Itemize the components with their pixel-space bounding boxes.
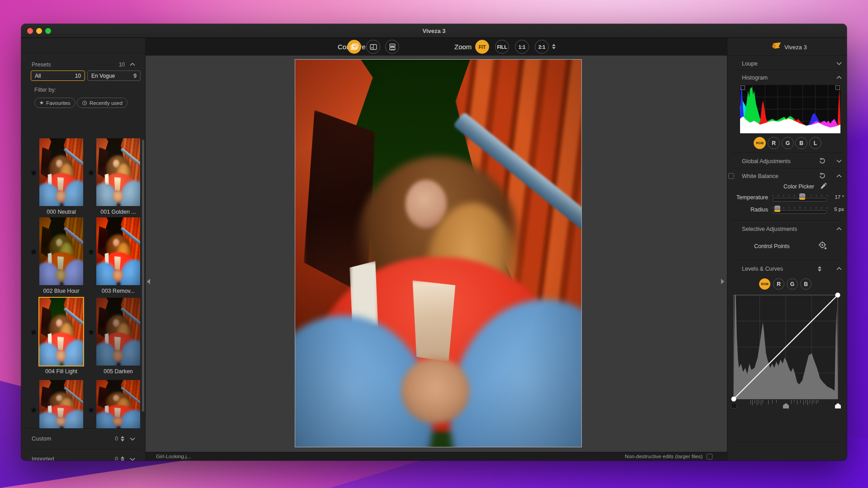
white-balance-enable-checkbox[interactable] [728, 173, 734, 179]
curves-channel-b-button[interactable]: B [800, 278, 811, 290]
filter-favourites-button[interactable]: ★ Favourites [34, 98, 75, 108]
custom-expand-chevron-down-icon[interactable] [130, 437, 135, 441]
custom-count: 0 [110, 436, 118, 442]
favourite-star-icon[interactable]: ★ [88, 247, 94, 257]
levels-curves-label: Levels & Curves [742, 266, 783, 272]
custom-section-label: Custom [32, 436, 51, 442]
preset-card[interactable]: 004 Fill Light [39, 298, 83, 375]
compare-split-vertical-button[interactable] [366, 40, 380, 54]
favourite-star-icon[interactable]: ★ [88, 168, 94, 178]
non-destructive-label: Non-destructive edits (larger files) [625, 454, 703, 459]
favourite-star-icon[interactable]: ★ [88, 328, 94, 337]
global-adjustments-label: Global Adjustments [742, 158, 791, 164]
filter-by-label: Filter by: [34, 87, 56, 93]
presets-scrollbar[interactable] [142, 140, 144, 412]
curves-channel-g-button[interactable]: G [787, 278, 798, 290]
collapse-left-panel-arrow-icon[interactable] [147, 279, 150, 284]
histogram-channel-b-button[interactable]: B [795, 137, 807, 149]
preset-card[interactable]: 000 Neutral [39, 138, 83, 215]
preset-card[interactable]: 001 Golden ... [96, 138, 140, 215]
preset-thumbnail [39, 217, 83, 285]
compare-split-horizontal-button[interactable] [385, 40, 399, 54]
preset-card[interactable] [96, 380, 140, 428]
tab-label: All [35, 73, 41, 79]
tab-all-presets[interactable]: All 10 [31, 70, 85, 81]
favourite-star-icon[interactable]: ★ [30, 247, 37, 257]
temperature-value: 17 ° [830, 194, 844, 200]
selective-adjustments-label: Selective Adjustments [742, 226, 797, 232]
histogram-section-label: Histogram [742, 75, 768, 81]
histogram-channel-l-button[interactable]: L [809, 137, 821, 149]
white-balance-chevron-up-icon[interactable] [836, 174, 842, 178]
desktop-wallpaper: Viveza 3 Compare [0, 0, 868, 488]
preset-card[interactable]: 003 Remov... [96, 217, 140, 294]
histogram-highlight-clipping-checkbox[interactable] [835, 85, 840, 90]
statusbar: Girl-Looking.j... Non-destructive edits … [146, 452, 727, 460]
histogram-chevron-up-icon[interactable] [836, 76, 842, 79]
photo-composition [39, 217, 83, 285]
zone-tick [794, 400, 794, 403]
preset-card[interactable]: 005 Darken [96, 298, 140, 375]
divider [732, 442, 843, 442]
zone-tick [812, 400, 812, 404]
slider-tick [778, 195, 778, 197]
selective-adjustments-chevron-up-icon[interactable] [836, 227, 842, 230]
preset-card[interactable]: 002 Blue Hour [39, 217, 83, 294]
presets-header-label: Presets [32, 61, 51, 68]
imported-section-label: Imported [32, 456, 54, 460]
histogram-channel-r-button[interactable]: R [768, 137, 780, 149]
loupe-chevron-down-icon[interactable] [836, 62, 842, 65]
presets-collapse-chevron-up-icon[interactable] [130, 63, 135, 66]
histogram-channel-rgb-button[interactable]: RGB [754, 137, 766, 149]
zoom-1to1-button[interactable]: 1:1 [515, 40, 529, 54]
histogram-shadow-clipping-checkbox[interactable] [741, 85, 745, 90]
slider-thumb[interactable] [774, 206, 780, 212]
global-adjustments-chevron-down-icon[interactable] [836, 160, 842, 163]
zone-tick [772, 400, 773, 404]
adjustments-panel: Viveza 3 Loupe Histogram RGB R G B L Glo… [727, 38, 847, 460]
levels-curves-chevron-up-icon[interactable] [836, 267, 842, 270]
slider-tick [789, 207, 789, 209]
photo-composition [39, 380, 83, 428]
favourite-star-icon[interactable]: ★ [30, 328, 37, 337]
preset-card[interactable] [39, 380, 83, 428]
filter-recently-used-button[interactable]: Recently used [77, 98, 127, 108]
histogram-channel-g-button[interactable]: G [782, 137, 794, 149]
imported-expand-chevron-down-icon[interactable] [130, 458, 135, 460]
slider-track[interactable] [773, 210, 827, 214]
main-image[interactable] [295, 59, 582, 447]
non-destructive-checkbox[interactable] [707, 454, 712, 460]
zone-tick [750, 400, 751, 404]
levels-curves-stepper[interactable] [818, 266, 821, 272]
eyedropper-icon[interactable] [820, 183, 827, 190]
reset-icon[interactable] [819, 157, 826, 164]
split-horizontal-icon [388, 43, 396, 51]
zoom-fill-button[interactable]: FILL [495, 40, 509, 54]
split-vertical-icon [369, 43, 377, 51]
curves-channel-rgb-button[interactable]: RGB [759, 278, 770, 290]
collapse-right-panel-arrow-icon[interactable] [721, 279, 724, 284]
radius-value: 5 px [830, 206, 844, 212]
radius-label: Radius [732, 206, 768, 213]
zoom-2to1-button[interactable]: 2:1 [535, 40, 549, 54]
app-window: Viveza 3 Compare [21, 24, 847, 460]
tab-en-vogue[interactable]: En Vogue 9 [87, 70, 141, 81]
imported-count-stepper[interactable] [121, 456, 124, 460]
favourite-star-icon[interactable]: ★ [30, 168, 37, 178]
preset-label: 003 Remov... [96, 288, 140, 294]
zone-tick [814, 400, 814, 403]
favourite-star-icon[interactable]: ★ [30, 405, 37, 415]
favourite-star-icon[interactable]: ★ [88, 405, 94, 415]
curves-channel-r-button[interactable]: R [773, 278, 784, 290]
zoom-level-stepper[interactable] [552, 44, 556, 49]
compare-single-button[interactable] [347, 40, 361, 54]
zoom-fit-button[interactable]: FIT [475, 40, 489, 54]
radius-slider[interactable] [773, 205, 827, 214]
reset-icon[interactable] [819, 172, 826, 179]
temperature-slider[interactable] [773, 193, 827, 202]
add-control-point-icon[interactable] [818, 240, 828, 250]
preset-thumbnail [39, 380, 83, 428]
custom-count-stepper[interactable] [121, 436, 124, 441]
tone-curve-chart[interactable] [734, 295, 838, 399]
slider-thumb[interactable] [799, 193, 805, 200]
